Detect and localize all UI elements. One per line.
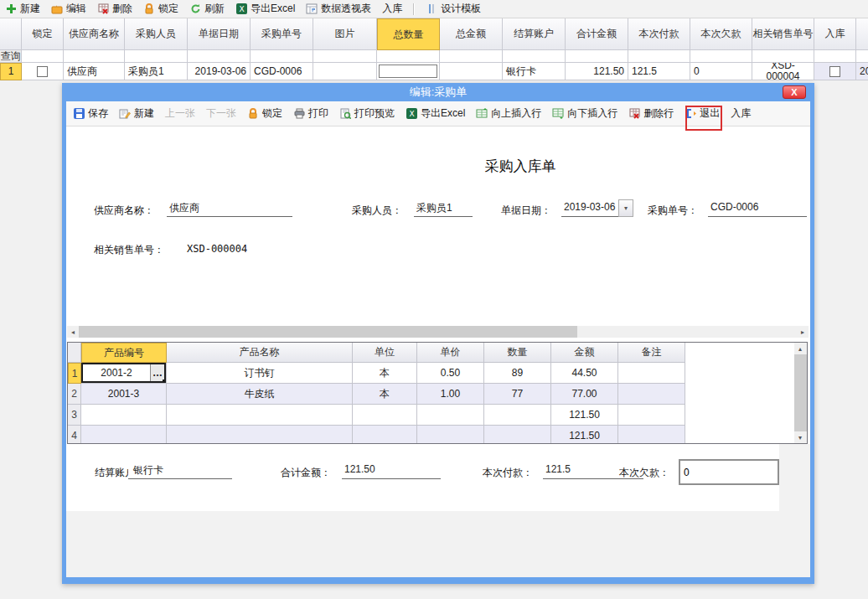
filter-cell[interactable]	[377, 50, 440, 63]
dialog-title-bar[interactable]: 编辑:采购单 X	[66, 83, 810, 101]
filter-cell[interactable]	[566, 50, 628, 63]
filter-cell[interactable]	[188, 50, 251, 63]
pg-qty-cell[interactable]: 89	[484, 363, 551, 384]
dialog-new-button[interactable]: 新建	[119, 106, 154, 121]
pg-note-cell[interactable]	[618, 384, 685, 405]
ellipsis-button[interactable]: …	[150, 364, 164, 381]
filter-cell[interactable]	[628, 50, 690, 63]
save-button[interactable]: 保存	[73, 106, 108, 121]
settle-account-field[interactable]: 银行卡	[128, 463, 232, 479]
row-related-no-cell[interactable]: XSD-000004	[752, 63, 814, 80]
lock-button[interactable]: 锁定	[143, 2, 178, 16]
pg-col-name[interactable]: 产品名称	[167, 343, 353, 363]
pg-amount-cell[interactable]: 121.50	[551, 426, 618, 444]
col-header-total-amount[interactable]: 总金额	[440, 18, 503, 50]
pg-name-cell[interactable]	[167, 405, 353, 426]
pg-price-cell[interactable]	[417, 405, 484, 426]
col-header-debt[interactable]: 本次欠款	[690, 18, 752, 50]
col-header-cut[interactable]	[856, 18, 868, 50]
pg-unit-cell[interactable]	[353, 405, 417, 426]
col-header-total-qty[interactable]: 总数量	[377, 18, 440, 50]
total-amount-field[interactable]: 121.50	[342, 463, 441, 479]
filter-cell[interactable]	[22, 50, 64, 63]
exit-button[interactable]: 退出	[685, 106, 720, 121]
row-total-amount-cell[interactable]	[440, 63, 503, 80]
pg-unit-cell[interactable]: 本	[353, 384, 417, 405]
vertical-scrollbar-thumb[interactable]	[794, 354, 808, 431]
pg-unit-cell[interactable]	[353, 426, 417, 444]
col-header-image[interactable]: 图片	[313, 18, 377, 50]
insert-row-below-button[interactable]: 向下插入行	[552, 106, 617, 121]
row-cut-cell[interactable]: 20	[856, 63, 868, 80]
col-header-sum[interactable]: 合计金额	[566, 18, 628, 50]
filter-cell[interactable]	[440, 50, 503, 63]
filter-cell[interactable]	[752, 50, 814, 63]
filter-cell[interactable]	[690, 50, 752, 63]
dialog-lock-button[interactable]: 锁定	[247, 106, 282, 121]
pg-qty-cell[interactable]: 77	[484, 384, 551, 405]
pg-note-cell[interactable]	[618, 405, 685, 426]
print-preview-button[interactable]: 打印预览	[339, 106, 395, 121]
row-purchaser-cell[interactable]: 采购员1	[125, 63, 188, 80]
pivot-button[interactable]: 数据透视表	[306, 2, 371, 16]
scroll-right-icon[interactable]: ▸	[797, 326, 809, 338]
pg-amount-cell[interactable]: 77.00	[551, 384, 618, 405]
close-button[interactable]: X	[783, 85, 806, 99]
order-no-field[interactable]: CGD-0006	[708, 201, 807, 217]
horizontal-scrollbar[interactable]: ◂ ▸	[67, 326, 809, 338]
pg-qty-cell[interactable]	[484, 405, 551, 426]
lock-checkbox[interactable]	[37, 66, 48, 77]
pg-rownum[interactable]: 1	[68, 363, 81, 384]
pg-code-cell[interactable]	[81, 405, 167, 426]
pg-amount-cell[interactable]: 121.50	[551, 405, 618, 426]
col-header-purchaser[interactable]: 采购人员	[125, 18, 188, 50]
delete-button[interactable]: 删除	[97, 2, 132, 16]
print-button[interactable]: 打印	[293, 106, 328, 121]
next-button[interactable]: 下一张	[206, 106, 236, 121]
date-dropdown-button[interactable]: ▾	[618, 199, 633, 217]
scroll-down-icon[interactable]: ▾	[794, 431, 806, 443]
prev-button[interactable]: 上一张	[165, 106, 195, 121]
row-lock-cell[interactable]	[22, 63, 64, 80]
export-excel-button[interactable]: X 导出Excel	[235, 2, 295, 16]
filter-query-cell[interactable]: 查询	[0, 50, 22, 63]
pg-rownum[interactable]: 2	[68, 384, 81, 405]
row-stock-in-cell[interactable]	[814, 63, 856, 80]
pg-price-cell[interactable]: 0.50	[417, 363, 484, 384]
pg-col-amount[interactable]: 金额	[551, 343, 618, 363]
row-date-cell[interactable]: 2019-03-06	[188, 63, 251, 80]
row-total-qty-cell[interactable]	[377, 63, 440, 80]
dialog-export-excel-button[interactable]: X 导出Excel	[406, 106, 465, 121]
filter-cell[interactable]	[251, 50, 313, 63]
col-header-related-no[interactable]: 相关销售单号	[752, 18, 814, 50]
pg-name-cell[interactable]: 牛皮纸	[167, 384, 353, 405]
pg-note-cell[interactable]	[618, 363, 685, 384]
filter-cell[interactable]	[125, 50, 188, 63]
row-debt-cell[interactable]: 0	[690, 63, 752, 80]
new-button[interactable]: 新建	[5, 2, 40, 16]
scroll-left-icon[interactable]: ◂	[67, 326, 79, 338]
refresh-button[interactable]: 刷新	[189, 2, 225, 16]
filter-cell[interactable]	[64, 50, 125, 63]
col-header-stock-in[interactable]: 入库	[814, 18, 856, 50]
debt-input[interactable]	[679, 459, 779, 485]
pg-col-qty[interactable]: 数量	[484, 343, 551, 363]
col-header-paid[interactable]: 本次付款	[628, 18, 690, 50]
stock-in-button[interactable]: 入库	[731, 106, 751, 121]
pg-price-cell[interactable]: 1.00	[417, 384, 484, 405]
pg-amount-cell[interactable]: 44.50	[551, 363, 618, 384]
pg-note-cell[interactable]	[618, 426, 685, 444]
pg-price-cell[interactable]	[417, 426, 484, 444]
row-number-cell[interactable]: 1	[0, 63, 22, 80]
date-field[interactable]: 2019-03-06	[561, 201, 618, 217]
row-sum-cell[interactable]: 121.50	[566, 63, 628, 80]
supplier-name-field[interactable]: 供应商	[167, 201, 292, 217]
scrollbar-track[interactable]	[577, 326, 797, 338]
pg-col-price[interactable]: 单价	[417, 343, 484, 363]
row-image-cell[interactable]	[313, 63, 377, 80]
col-header-date[interactable]: 单据日期	[188, 18, 251, 50]
pg-name-cell[interactable]: 订书钉	[167, 363, 353, 384]
filter-cell[interactable]	[814, 50, 856, 63]
insert-row-above-button[interactable]: 向上插入行	[476, 106, 541, 121]
delete-row-button[interactable]: 删除行	[628, 106, 674, 121]
